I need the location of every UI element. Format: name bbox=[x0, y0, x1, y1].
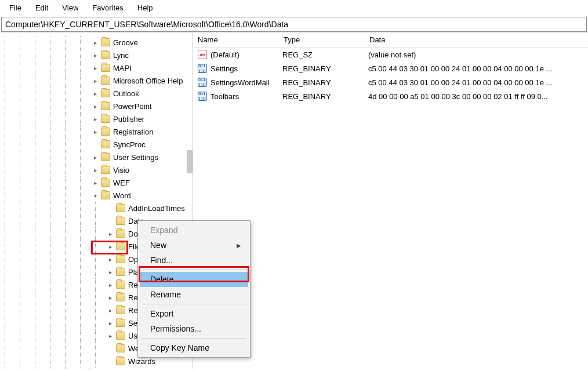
tree-item-label: Outlook bbox=[113, 89, 139, 98]
folder-icon bbox=[116, 344, 125, 352]
col-header-name[interactable]: Name bbox=[193, 33, 279, 46]
value-data: c5 00 44 03 30 01 00 00 24 01 00 00 04 0… bbox=[368, 78, 588, 87]
chevron-right-icon[interactable]: ▸ bbox=[106, 294, 115, 301]
folder-icon bbox=[101, 140, 110, 148]
context-menu-item-label: New bbox=[150, 241, 166, 250]
context-menu-item[interactable]: Permissions... bbox=[140, 321, 248, 336]
folder-icon bbox=[101, 38, 110, 46]
folder-icon bbox=[116, 306, 125, 314]
tree-item-label: Groove bbox=[113, 38, 138, 47]
col-header-type[interactable]: Type bbox=[279, 33, 365, 46]
folder-icon bbox=[101, 102, 110, 110]
context-menu-item[interactable]: Copy Key Name bbox=[140, 340, 248, 355]
chevron-down-icon[interactable]: ▾ bbox=[90, 192, 100, 199]
tree-item[interactable]: SyncProc bbox=[0, 138, 193, 151]
tree-item[interactable]: AddInLoadTimes bbox=[0, 202, 193, 214]
chevron-right-icon[interactable]: ▸ bbox=[90, 167, 100, 173]
tree-item-label: SyncProc bbox=[113, 140, 146, 149]
menu-file[interactable]: File bbox=[3, 2, 27, 13]
list-row[interactable]: ab(Default)REG_SZ(value not set) bbox=[193, 48, 588, 61]
tree-item[interactable]: ▸Microsoft Office Help bbox=[0, 74, 193, 87]
value-data: (value not set) bbox=[368, 50, 588, 59]
chevron-right-icon[interactable]: ▸ bbox=[90, 52, 100, 59]
chevron-right-icon[interactable]: ▸ bbox=[90, 65, 100, 71]
context-menu-item[interactable]: Rename bbox=[140, 287, 248, 302]
highlight-delete-item bbox=[139, 266, 249, 282]
menu-bar: File Edit View Favorites Help bbox=[0, 0, 588, 17]
chevron-right-icon[interactable]: ▸ bbox=[90, 154, 100, 161]
folder-icon bbox=[101, 51, 110, 59]
context-menu: ExpandNew▶Find...DeleteRenameExportPermi… bbox=[137, 220, 251, 358]
context-menu-item: Expand bbox=[140, 223, 248, 238]
tree-item[interactable]: ▸PowerPoint bbox=[0, 100, 193, 112]
chevron-right-icon[interactable]: ▸ bbox=[90, 180, 100, 186]
chevron-right-icon[interactable]: ▸ bbox=[106, 307, 115, 314]
tree-item[interactable]: ▸Publisher bbox=[0, 112, 193, 125]
folder-icon bbox=[101, 166, 110, 174]
list-row[interactable]: 011 110SettingsREG_BINARYc5 00 44 03 30 … bbox=[193, 61, 588, 75]
chevron-right-icon[interactable]: ▸ bbox=[106, 256, 115, 263]
tree-item-label: AddInLoadTimes bbox=[128, 204, 185, 213]
chevron-right-icon[interactable]: ▸ bbox=[90, 103, 100, 110]
chevron-right-icon[interactable]: ▸ bbox=[90, 90, 100, 97]
submenu-arrow-icon: ▶ bbox=[237, 242, 241, 249]
binary-value-icon: 011 110 bbox=[198, 64, 207, 73]
col-header-data[interactable]: Data bbox=[365, 33, 588, 46]
folder-icon bbox=[116, 255, 125, 263]
folder-icon bbox=[116, 293, 125, 301]
folder-icon bbox=[116, 319, 125, 327]
string-value-icon: ab bbox=[198, 50, 207, 59]
value-type: REG_BINARY bbox=[282, 64, 368, 73]
list-header: Name Type Data bbox=[193, 32, 588, 48]
context-menu-item[interactable]: Export bbox=[140, 306, 248, 321]
folder-icon bbox=[101, 77, 110, 85]
tree-item-label: Visio bbox=[113, 166, 129, 174]
tree-item[interactable]: ▸User Settings bbox=[0, 151, 193, 163]
context-menu-item-label: Rename bbox=[150, 290, 181, 299]
menu-separator bbox=[142, 338, 246, 339]
tree-item[interactable]: ▸Lync bbox=[0, 49, 193, 61]
binary-value-icon: 011 110 bbox=[198, 78, 207, 87]
tree-item-label: Publisher bbox=[113, 115, 144, 123]
tree-item[interactable]: ▸MAPI bbox=[0, 61, 193, 74]
tree-item[interactable]: ▸Visio bbox=[0, 163, 193, 176]
tree-item[interactable]: ▸Registration bbox=[0, 125, 193, 138]
folder-icon bbox=[116, 268, 125, 276]
tree-item-label: Microsoft Office Help bbox=[113, 77, 183, 85]
context-menu-item-label: Expand bbox=[150, 225, 177, 235]
list-row[interactable]: 011 110ToolbarsREG_BINARY4d 00 00 00 a5 … bbox=[193, 89, 588, 103]
values-pane: Name Type Data ab(Default)REG_SZ(value n… bbox=[193, 32, 588, 369]
folder-icon bbox=[116, 281, 125, 289]
chevron-right-icon[interactable]: ▸ bbox=[90, 116, 100, 122]
chevron-right-icon[interactable]: ▸ bbox=[106, 269, 115, 275]
menu-view[interactable]: View bbox=[56, 2, 84, 13]
chevron-right-icon[interactable]: ▸ bbox=[106, 333, 115, 339]
tree-item[interactable]: ▸Outlook bbox=[0, 87, 193, 100]
address-bar[interactable]: Computer\HKEY_CURRENT_USER\Software\Micr… bbox=[1, 17, 587, 32]
menu-help[interactable]: Help bbox=[132, 2, 159, 13]
folder-icon bbox=[116, 204, 125, 212]
tree-item[interactable]: ▾Word bbox=[0, 189, 193, 202]
context-menu-item[interactable]: New▶ bbox=[140, 238, 248, 253]
chevron-right-icon[interactable]: ▸ bbox=[90, 39, 100, 46]
value-type: REG_BINARY bbox=[282, 92, 368, 101]
chevron-right-icon[interactable]: ▸ bbox=[90, 129, 100, 135]
tree-item-label: Word bbox=[113, 191, 131, 200]
folder-icon bbox=[116, 332, 125, 340]
chevron-right-icon[interactable]: ▸ bbox=[106, 231, 115, 237]
context-menu-item-label: Permissions... bbox=[150, 324, 201, 333]
scrollbar-thumb[interactable] bbox=[187, 150, 193, 173]
tree-item[interactable]: ▸8.0 bbox=[0, 368, 193, 369]
tree-item[interactable]: ▸WEF bbox=[0, 176, 193, 189]
value-name: Toolbars bbox=[210, 92, 282, 101]
tree-item-label: WEF bbox=[113, 179, 130, 187]
menu-favorites[interactable]: Favorites bbox=[86, 2, 129, 13]
list-row[interactable]: 011 110SettingsWordMailREG_BINARYc5 00 4… bbox=[193, 75, 588, 89]
chevron-right-icon[interactable]: ▸ bbox=[106, 282, 115, 288]
value-name: (Default) bbox=[210, 50, 282, 59]
chevron-right-icon[interactable]: ▸ bbox=[106, 320, 115, 326]
menu-edit[interactable]: Edit bbox=[30, 2, 54, 13]
tree-item[interactable]: ▸Groove bbox=[0, 36, 193, 49]
chevron-right-icon[interactable]: ▸ bbox=[90, 78, 100, 84]
folder-icon bbox=[101, 153, 110, 161]
